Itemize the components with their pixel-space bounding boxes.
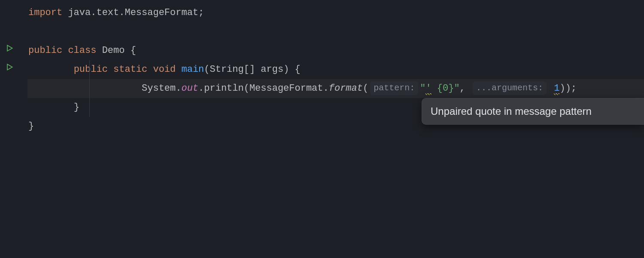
editor-gutter bbox=[0, 0, 27, 258]
string-literal-open: " bbox=[420, 83, 425, 94]
code-line-blank[interactable] bbox=[27, 22, 644, 41]
run-method-icon[interactable] bbox=[3, 61, 15, 73]
code-line[interactable]: public static void main(String[] args) { bbox=[27, 60, 644, 79]
import-path: java.text.MessageFormat; bbox=[62, 7, 204, 18]
keyword-class: class bbox=[68, 45, 96, 56]
call-format: format bbox=[329, 83, 363, 94]
method-params: (String[] args) { bbox=[204, 64, 300, 75]
brace-close: } bbox=[74, 102, 79, 113]
method-main: main bbox=[181, 64, 204, 75]
string-unpaired-quote: ' bbox=[425, 83, 431, 94]
keyword-static: static bbox=[113, 64, 147, 75]
keyword-void: void bbox=[153, 64, 176, 75]
class-name: Demo bbox=[102, 45, 125, 56]
parameter-hint-arguments: ...arguments: bbox=[473, 81, 547, 95]
ref-system: System. bbox=[142, 83, 181, 94]
indent-guide bbox=[89, 60, 90, 117]
brace-open: { bbox=[125, 45, 136, 56]
parameter-hint-pattern: pattern: bbox=[370, 81, 418, 95]
inspection-tooltip: Unpaired quote in message pattern bbox=[422, 98, 644, 125]
keyword-public: public bbox=[74, 64, 108, 75]
keyword-public: public bbox=[28, 45, 62, 56]
tooltip-text: Unpaired quote in message pattern bbox=[431, 105, 592, 117]
code-line[interactable]: import java.text.MessageFormat; bbox=[27, 3, 644, 22]
run-class-icon[interactable] bbox=[3, 42, 15, 54]
call-println: .println(MessageFormat. bbox=[198, 83, 329, 94]
keyword-import: import bbox=[28, 7, 62, 18]
code-line[interactable]: public class Demo { bbox=[27, 41, 644, 60]
field-out: out bbox=[181, 83, 198, 94]
code-area[interactable]: import java.text.MessageFormat; public c… bbox=[27, 0, 644, 258]
code-editor[interactable]: import java.text.MessageFormat; public c… bbox=[0, 0, 644, 258]
number-literal: 1 bbox=[554, 83, 559, 94]
brace-close: } bbox=[28, 121, 34, 132]
code-line-active[interactable]: System.out.println(MessageFormat.format(… bbox=[27, 79, 644, 98]
string-literal-rest: {0}" bbox=[431, 83, 460, 94]
